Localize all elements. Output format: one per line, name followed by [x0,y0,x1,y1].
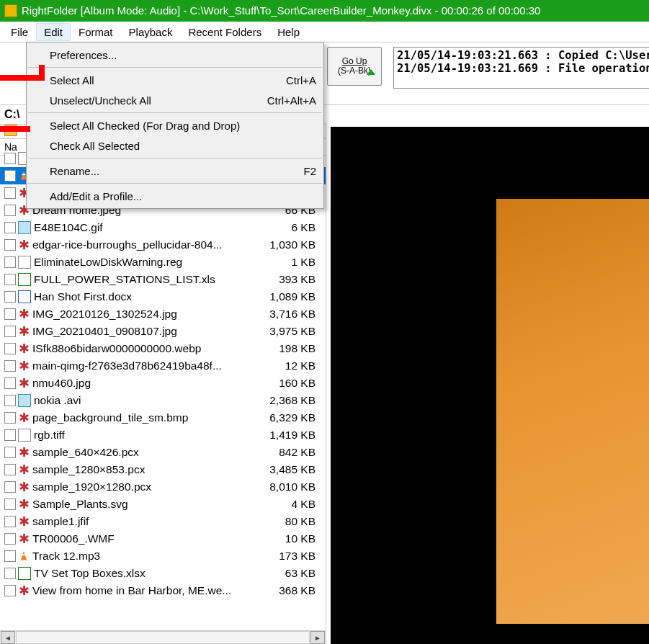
file-size: 1,419 KB [251,429,326,442]
menu-item-label: Add/Edit a Profile... [50,190,142,202]
svg-marker-2 [21,551,27,560]
file-icon: ✱ [18,516,30,527]
menu-format[interactable]: Format [71,23,121,41]
file-name: E48E104C.gif [34,221,251,234]
file-row[interactable]: ✱IMG_20210401_0908107.jpg3,975 KB [0,323,326,340]
menu-item[interactable]: Select All Checked (For Drag and Drop) [27,115,323,135]
file-checkbox[interactable] [4,291,16,303]
file-checkbox[interactable] [4,395,16,406]
file-checkbox[interactable] [4,568,16,579]
menu-item-accel: Ctrl+Alt+A [267,94,316,107]
spreadsheet-icon [18,273,31,286]
file-name: rgb.tiff [34,429,251,442]
file-name: EliminateLowDiskWarning.reg [34,256,251,269]
file-row[interactable]: ✱Sample_Plants.svg4 KB [0,496,326,513]
file-name: View from home in Bar Harbor, ME.we... [32,584,251,597]
file-checkbox[interactable] [4,256,16,268]
file-name: main-qimg-f2763e3d78b62419ba48f... [32,359,251,372]
file-row[interactable]: Han Shot First.docx1,089 KB [0,288,326,305]
file-row[interactable]: ✱sample_1920×1280.pcx8,010 KB [0,478,326,496]
file-size: 63 KB [251,567,326,580]
file-row[interactable]: ✱nmu460.jpg160 KB [0,375,326,392]
file-checkbox[interactable] [4,343,16,354]
menu-recent-folders[interactable]: Recent Folders [180,23,269,41]
file-checkbox[interactable] [4,481,16,493]
menu-item[interactable]: Check All Selected [27,135,323,156]
menu-file[interactable]: File [3,23,36,41]
file-checkbox[interactable] [4,239,16,251]
file-size: 173 KB [251,550,326,563]
file-checkbox[interactable] [4,447,16,458]
file-row[interactable]: TV Set Top Boxes.xlsx63 KB [0,565,326,582]
file-icon: ✱ [18,360,30,372]
file-checkbox[interactable] [4,153,16,164]
scroll-right-icon[interactable]: ► [310,631,325,644]
file-row[interactable]: rgb.tiff1,419 KB [0,426,326,444]
menu-item[interactable]: Add/Edit a Profile... [27,186,323,206]
go-up-button[interactable]: Go Up (S-A-Bk) [327,47,382,86]
file-size: 3,716 KB [251,308,326,321]
file-checkbox[interactable] [4,429,16,441]
menu-item[interactable]: Rename...F2 [27,161,323,181]
file-checkbox[interactable] [4,308,16,320]
file-row[interactable]: ✱edgar-rice-burroughs_pellucidar-804...1… [0,236,326,254]
menu-item-accel: F2 [303,165,316,177]
file-icon: ✱ [18,585,30,596]
file-size: 198 KB [251,342,326,355]
file-checkbox[interactable] [4,498,16,510]
file-checkbox[interactable] [4,274,16,285]
file-icon: ✱ [18,239,30,251]
file-name: Sample_Plants.svg [32,498,251,511]
file-row[interactable]: ✱page_background_tile_sm.bmp6,329 KB [0,409,326,426]
file-row[interactable]: E48E104C.gif6 KB [0,219,326,236]
file-checkbox[interactable] [4,585,16,596]
file-row[interactable]: Track 12.mp3173 KB [0,547,326,565]
file-checkbox[interactable] [4,516,16,527]
file-checkbox[interactable] [4,377,16,389]
vlc-icon [18,550,30,562]
scroll-left-icon[interactable]: ◄ [1,631,15,644]
horizontal-scrollbar[interactable]: ◄ ► [0,630,326,644]
file-checkbox[interactable] [4,170,16,182]
file-row[interactable]: nokia .avi2,368 KB [0,392,326,409]
menu-separator [28,112,322,113]
file-size: 3,975 KB [251,325,326,338]
file-size: 4 KB [251,498,326,511]
file-row[interactable]: ✱sample_640×426.pcx842 KB [0,444,326,461]
spreadsheet-icon [18,567,31,580]
file-row[interactable]: ✱View from home in Bar Harbor, ME.we...3… [0,582,326,599]
file-checkbox[interactable] [4,222,16,233]
scroll-track[interactable] [16,631,310,644]
file-checkbox[interactable] [4,550,16,562]
file-row[interactable]: FULL_POWER_STATIONS_LIST.xls393 KB [0,271,326,288]
file-row[interactable]: EliminateLowDiskWarning.reg1 KB [0,254,326,271]
file-name: sample_1920×1280.pcx [32,480,251,493]
file-checkbox[interactable] [4,326,16,337]
arrow-up-icon [367,69,375,75]
file-checkbox[interactable] [4,360,16,372]
menu-playback[interactable]: Playback [121,23,181,41]
menu-item-label: Rename... [50,165,99,177]
file-list[interactable]: C++ Myths.pdf299 KBCareerBuilder_Monkey.… [0,150,326,630]
preview-panel [326,122,649,644]
file-checkbox[interactable] [4,412,16,424]
menu-edit[interactable]: Edit [36,23,71,41]
menu-help[interactable]: Help [269,23,308,41]
file-name: ISfk88o6bidarw0000000000.webp [32,342,251,355]
file-row[interactable]: ✱main-qimg-f2763e3d78b62419ba48f...12 KB [0,357,326,375]
file-checkbox[interactable] [4,464,16,475]
file-row[interactable]: ✱sample_1280×853.pcx3,485 KB [0,461,326,478]
menu-item[interactable]: Preferences... [27,45,323,65]
file-row[interactable]: ✱ISfk88o6bidarw0000000000.webp198 KB [0,340,326,357]
file-row[interactable]: ✱sample1.jfif80 KB [0,513,326,530]
file-checkbox[interactable] [4,205,16,216]
file-row[interactable]: ✱IMG_20210126_1302524.jpg3,716 KB [0,305,326,323]
menu-item[interactable]: Select AllCtrl+A [27,70,323,90]
menu-item[interactable]: Unselect/Uncheck AllCtrl+Alt+A [27,90,323,110]
file-name: page_background_tile_sm.bmp [32,411,251,424]
file-checkbox[interactable] [4,533,16,545]
video-preview[interactable] [331,127,649,644]
file-row[interactable]: ✱TR00006_.WMF10 KB [0,530,326,547]
file-checkbox[interactable] [4,187,16,199]
edit-dropdown[interactable]: Preferences...Select AllCtrl+AUnselect/U… [26,42,324,209]
